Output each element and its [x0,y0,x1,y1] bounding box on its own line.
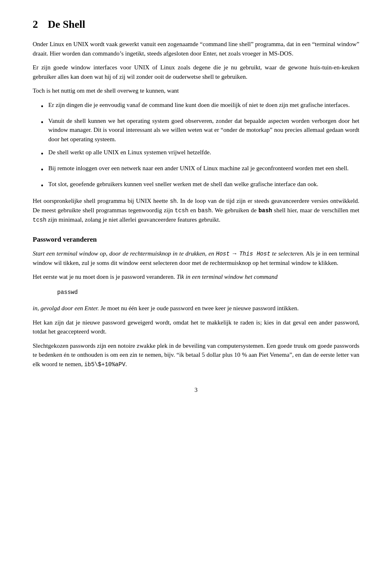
bullet-dot-2: • [41,117,43,128]
bash-code-2: bash [258,207,272,214]
bullet-list: • Er zijn dingen die je eenvoudig vanaf … [41,100,359,192]
list-item: • Bij remote inloggen over een netwerk n… [41,164,359,176]
section-heading: 2De Shell [33,16,359,32]
page: 2De Shell Onder Linux en UNIX wordt vaak… [0,0,392,587]
arrow-icon: → [232,250,238,257]
paragraph-6-italic-1: Start een terminal window op, door de re… [33,250,304,257]
paragraph-9: Het kan zijn dat je nieuwe password gewe… [33,318,359,336]
passwd-code: passwd [57,289,78,296]
bullet-dot-5: • [41,180,43,191]
bullet-text-4: Bij remote inloggen over een netwerk naa… [48,164,359,173]
list-item: • Er zijn dingen die je eenvoudig vanaf … [41,100,359,112]
thishost-code: This Host [239,251,270,257]
page-number: 3 [33,385,359,395]
bash-code-1: bash [198,207,212,214]
paragraph-7: Het eerste wat je nu moet doen is je pas… [33,272,359,282]
bullet-dot-4: • [41,165,43,176]
list-item: • Tot slot, geoefende gebruikers kunnen … [41,180,359,191]
paragraph-8-italic: in, gevolgd door een Enter. [33,305,99,311]
section-title: De Shell [48,18,85,30]
paragraph-7-italic: Tik in een terminal window het command [176,273,277,280]
bullet-text-1: Er zijn dingen die je eenvoudig vanaf de… [48,100,359,110]
paragraph-10: Slechtgekozen passwords zijn een notoire… [33,341,359,369]
paragraph-5: Het oorspronkelijke shell programma bij … [33,196,359,225]
section-number: 2 [33,18,38,30]
bullet-text-5: Tot slot, geoefende gebruikers kunnen ve… [48,180,359,189]
bullet-dot-1: • [41,101,43,112]
bullet-text-3: De shell werkt op alle UNIX en Linux sys… [48,148,359,157]
subsection-heading: Password veranderen [33,234,359,245]
sh-code: sh [170,198,177,205]
list-item: • De shell werkt op alle UNIX en Linux s… [41,148,359,160]
tcsh-code-2: tcsh [33,217,47,223]
paragraph-6: Start een terminal window op, door de re… [33,249,359,268]
paragraph-4: Toch is het nuttig om met de shell overw… [33,86,359,96]
tcsh-code-1: tcsh [175,207,189,214]
paragraph-8: in, gevolgd door een Enter. Je moet nu é… [33,304,359,313]
host-code: Host [216,251,230,257]
list-item: • Vanuit de shell kunnen we het operatin… [41,116,359,144]
paragraph-1: Onder Linux en UNIX wordt vaak gewerkt v… [33,40,359,58]
bullet-text-2: Vanuit de shell kunnen we het operating … [48,116,359,144]
password-example-code: ib5\$+10%aPV [84,361,125,368]
bullet-dot-3: • [41,149,43,160]
passwd-command: passwd [57,288,359,298]
paragraph-3: Er zijn goede window interfaces voor UNI… [33,63,359,81]
